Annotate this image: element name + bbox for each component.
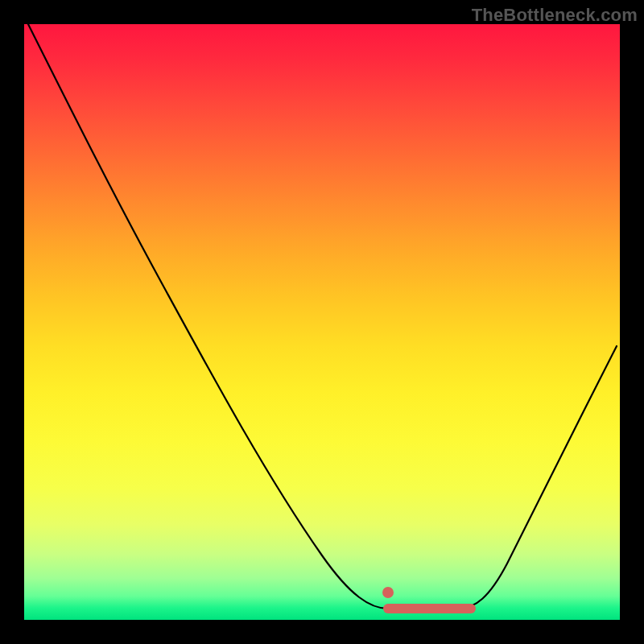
chart-frame: TheBottleneck.com [0, 0, 644, 644]
watermark-text: TheBottleneck.com [472, 5, 638, 26]
plot-area [24, 24, 620, 620]
curve-path [27, 24, 617, 609]
optimal-start-dot [382, 587, 394, 598]
bottleneck-curve [24, 24, 620, 620]
